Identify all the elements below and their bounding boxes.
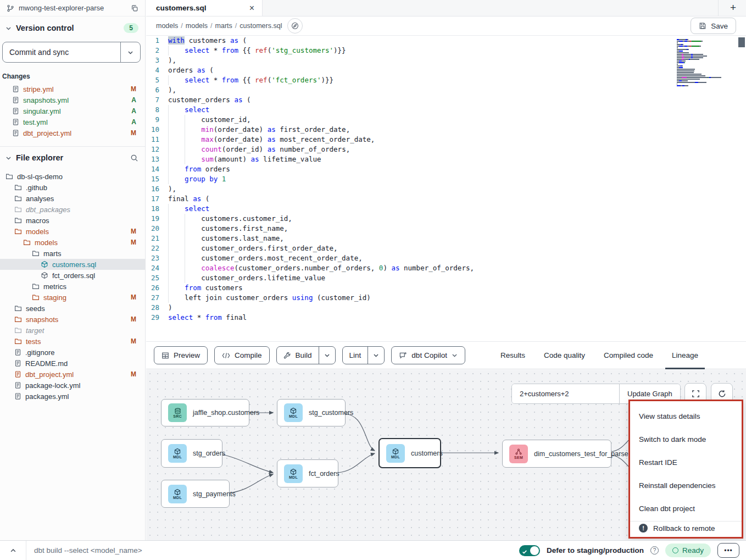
code-line-12[interactable]: 12 count(order_id) as number_of_orders, [146,145,746,154]
code-line-4[interactable]: 4orders as ( [146,65,746,75]
lint-options-caret[interactable] [368,347,384,364]
code-line-18[interactable]: 18 select [146,204,746,214]
code-line-2[interactable]: 2 select * from {{ ref('stg_customers')}… [146,46,746,56]
menu-item-rollback-to-remote[interactable]: ! Rollback to remote [630,523,742,534]
panel-tab-results[interactable]: Results [500,341,525,369]
changed-file-dbt_project.yml[interactable]: dbt_project.ymlM [0,127,145,138]
ide-options-button[interactable]: ••• [717,543,739,558]
menu-item-reinstall-dependencies[interactable]: Reinstall dependencies [630,474,742,497]
code-line-23[interactable]: 23 customer_orders.most_recent_order_dat… [146,253,746,263]
lineage-node-fct_orders[interactable]: MDLfct_orders [277,459,338,487]
build-button[interactable]: Build [277,347,319,364]
ide-status-badge[interactable]: Ready [665,544,711,557]
lint-button[interactable]: Lint [343,347,368,364]
tree-item-marts[interactable]: marts [0,248,145,259]
commit-options-caret[interactable] [120,42,140,62]
menu-item-restart-ide[interactable]: Restart IDE [630,451,742,474]
code-line-6[interactable]: 6), [146,85,746,95]
code-line-26[interactable]: 26 from customers [146,283,746,293]
code-line-25[interactable]: 25 customer_orders.lifetime_value [146,273,746,283]
lineage-node-stg_orders[interactable]: MDLstg_orders [161,439,222,468]
code-line-28[interactable]: 28) [146,303,746,313]
lineage-selector-input[interactable] [512,384,619,403]
changed-file-snapshots.yml[interactable]: snapshots.ymlA [0,95,145,106]
tree-item-packages.yml[interactable]: packages.yml [0,391,145,402]
tree-item-staging[interactable]: stagingM [0,292,145,303]
tree-item-dbt_project.yml[interactable]: dbt_project.ymlM [0,369,145,380]
lineage-panel[interactable]: SRCjaffle_shop.customersMDLstg_customers… [146,370,746,540]
code-line-24[interactable]: 24 coalesce(customer_orders.number_of_or… [146,263,746,273]
changed-file-singular.yml[interactable]: singular.ymlA [0,106,145,117]
lineage-node-jaffle_shop.customers[interactable]: SRCjaffle_shop.customers [161,399,249,426]
tree-item-tests[interactable]: testsM [0,336,145,347]
tree-item-seeds[interactable]: seeds [0,303,145,314]
dbt-copilot-button[interactable]: dbt Copilot [391,346,465,364]
tree-item-customers.sql[interactable]: customers.sql [0,259,145,270]
panel-tab-code-quality[interactable]: Code quality [544,341,585,369]
expand-command-panel-button[interactable] [0,541,26,560]
breadcrumb-segment[interactable]: models [186,22,208,30]
tree-item-models[interactable]: modelsM [0,237,145,248]
chevron-down-icon[interactable] [5,25,12,31]
compile-button[interactable]: Compile [214,346,270,364]
new-tab-button[interactable]: + [730,2,736,14]
search-icon[interactable] [130,154,138,162]
branch-name[interactable]: mwong-test-explorer-parse [19,4,126,12]
code-line-13[interactable]: 13 sum(amount) as lifetime_value [146,154,746,164]
code-line-5[interactable]: 5 select * from {{ ref('fct_orders')}} [146,75,746,85]
code-line-21[interactable]: 21 customers.last_name, [146,234,746,243]
tree-item-README.md[interactable]: README.md [0,358,145,369]
command-input[interactable]: dbt build --select <model_name> [26,546,519,555]
tree-item-target[interactable]: target [0,325,145,336]
code-line-22[interactable]: 22 customer_orders.first_order_date, [146,243,746,253]
copy-path-button[interactable] [287,18,303,34]
defer-toggle[interactable] [519,545,540,556]
tree-item-.gitignore[interactable]: .gitignore [0,347,145,358]
code-line-8[interactable]: 8 select [146,105,746,115]
code-line-3[interactable]: 3), [146,56,746,65]
lineage-node-customers[interactable]: MDLcustomers [378,438,441,468]
tree-item-macros[interactable]: macros [0,215,145,226]
tree-item-fct_orders.sql[interactable]: fct_orders.sql [0,270,145,281]
code-line-29[interactable]: 29select * from final [146,313,746,323]
code-line-1[interactable]: 1with customers as ( [146,36,746,46]
help-icon[interactable]: ? [650,546,659,555]
code-line-14[interactable]: 14 from orders [146,164,746,174]
close-tab-icon[interactable]: × [249,4,254,13]
menu-item-clean-dbt-project[interactable]: Clean dbt project [630,497,742,520]
build-options-caret[interactable] [319,347,335,364]
code-line-15[interactable]: 15 group by 1 [146,174,746,184]
changed-file-stripe.yml[interactable]: stripe.ymlM [0,84,145,95]
tree-item-metrics[interactable]: metrics [0,281,145,292]
panel-tab-lineage[interactable]: Lineage [672,341,698,369]
code-line-11[interactable]: 11 max(order_date) as most_recent_order_… [146,135,746,145]
tree-item-models[interactable]: modelsM [0,226,145,237]
code-line-19[interactable]: 19 customers.customer_id, [146,214,746,224]
tree-item-db-sl-qs-demo[interactable]: db-sl-qs-demo [0,171,145,182]
tree-item-.github[interactable]: .github [0,182,145,193]
panel-tab-compiled-code[interactable]: Compiled code [604,341,653,369]
menu-item-view-status-details[interactable]: View status details [630,404,742,428]
tree-item-snapshots[interactable]: snapshotsM [0,314,145,325]
code-line-10[interactable]: 10 min(order_date) as first_order_date, [146,125,746,135]
breadcrumb-segment[interactable]: models [156,22,178,30]
code-line-20[interactable]: 20 customers.first_name, [146,224,746,234]
changed-file-test.yml[interactable]: test.ymlA [0,117,145,127]
lineage-node-dim_customers_test_for_parse[interactable]: SEMdim_customers_test_for_parse [502,440,611,468]
editor-minimap[interactable] [677,39,732,87]
editor-scrollbar[interactable] [738,37,745,337]
tab-customers-sql[interactable]: customers.sql × [146,0,263,16]
code-editor[interactable]: 1with customers as (2 select * from {{ r… [146,36,746,341]
chevron-down-icon[interactable] [5,155,12,161]
save-button[interactable]: Save [691,18,736,34]
lineage-node-stg_customers[interactable]: MDLstg_customers [277,399,346,426]
breadcrumb-segment[interactable]: customers.sql [240,22,282,30]
tree-item-analyses[interactable]: analyses [0,193,145,204]
tree-item-dbt_packages[interactable]: dbt_packages [0,204,145,215]
code-line-9[interactable]: 9 customer_id, [146,115,746,125]
tree-item-package-lock.yml[interactable]: package-lock.yml [0,380,145,391]
lineage-node-stg_payments[interactable]: MDLstg_payments [161,480,230,508]
code-line-7[interactable]: 7customer_orders as ( [146,95,746,105]
menu-item-switch-to-dark-mode[interactable]: Switch to dark mode [630,428,742,451]
preview-button[interactable]: Preview [154,346,208,364]
